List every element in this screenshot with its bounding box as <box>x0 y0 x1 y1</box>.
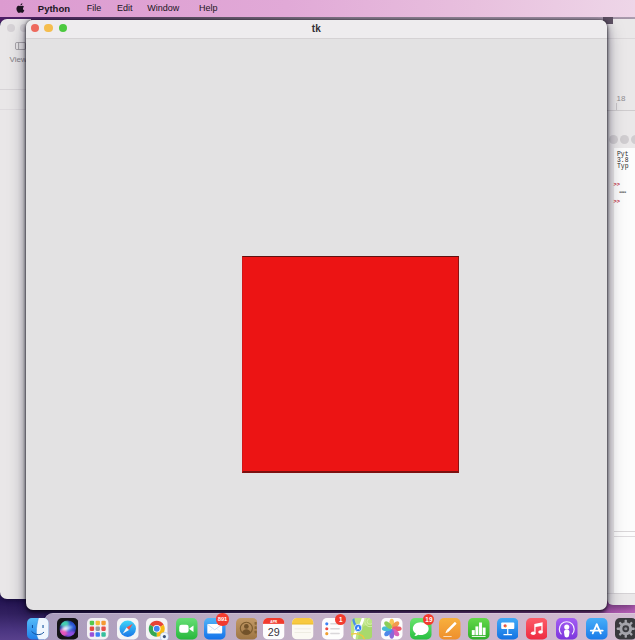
svg-text:APR: APR <box>271 620 279 624</box>
svg-text:29: 29 <box>268 626 280 638</box>
